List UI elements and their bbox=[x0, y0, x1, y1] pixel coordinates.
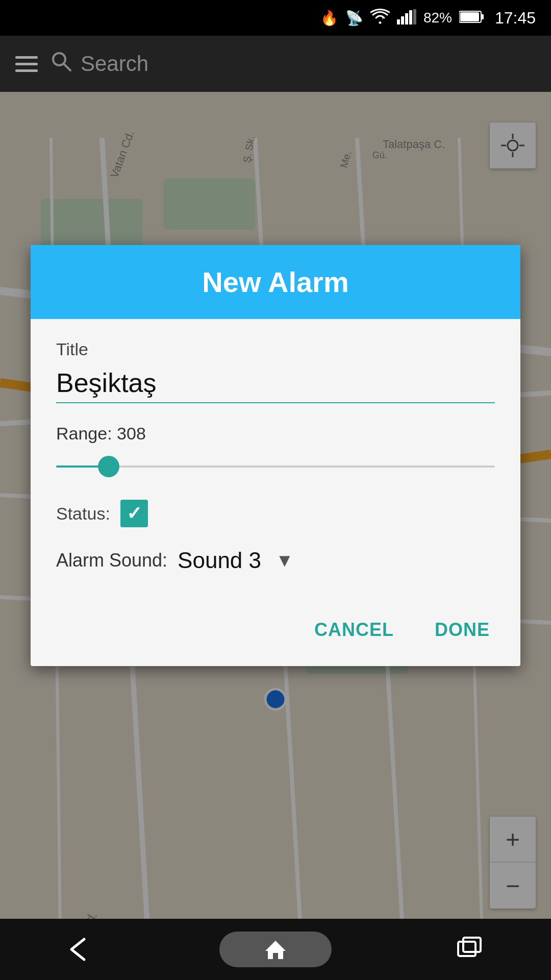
slider-track bbox=[56, 465, 495, 468]
svg-rect-7 bbox=[460, 12, 479, 21]
menu-button[interactable] bbox=[15, 56, 38, 72]
svg-rect-6 bbox=[481, 14, 484, 19]
search-icon bbox=[50, 50, 72, 78]
new-alarm-dialog: New Alarm Title Beşiktaş Range: 308 Stat… bbox=[31, 245, 520, 666]
title-input[interactable]: Beşiktaş bbox=[56, 368, 495, 403]
cancel-button[interactable]: CANCEL bbox=[304, 614, 404, 646]
top-bar: Search bbox=[0, 36, 551, 92]
checkmark-icon: ✓ bbox=[127, 503, 142, 524]
svg-rect-4 bbox=[413, 9, 416, 24]
battery-icon bbox=[459, 10, 484, 26]
alarm-sound-value: Sound 3 bbox=[178, 548, 261, 573]
status-label: Status: bbox=[56, 504, 110, 524]
dropdown-arrow-icon[interactable]: ▼ bbox=[276, 550, 294, 571]
svg-rect-2 bbox=[405, 13, 408, 24]
svg-rect-0 bbox=[397, 19, 400, 24]
signal-icon bbox=[397, 9, 416, 27]
wifi-icon bbox=[370, 9, 390, 28]
dialog-body: Title Beşiktaş Range: 308 Status: ✓ Alar… bbox=[31, 319, 520, 609]
range-label: Range: 308 bbox=[56, 424, 495, 444]
alarm-sound-row: Alarm Sound: Sound 3 ▼ bbox=[56, 548, 495, 573]
range-slider[interactable] bbox=[56, 454, 495, 479]
back-button[interactable] bbox=[56, 929, 107, 970]
time-display: 17:45 bbox=[495, 9, 536, 28]
app-icon: 🔥 bbox=[320, 10, 338, 27]
battery-text: 82% bbox=[423, 10, 452, 26]
status-bar: 🔥 📡 82% bbox=[0, 0, 551, 36]
title-input-value: Beşiktaş bbox=[56, 368, 495, 398]
status-icons: 🔥 📡 82% bbox=[320, 9, 536, 28]
dialog-actions: CANCEL DONE bbox=[31, 609, 520, 666]
svg-rect-1 bbox=[401, 16, 404, 24]
headphone-icon: 📡 bbox=[345, 10, 363, 27]
svg-line-9 bbox=[64, 64, 70, 70]
svg-rect-3 bbox=[409, 10, 412, 24]
title-field-label: Title bbox=[56, 339, 495, 359]
alarm-sound-label: Alarm Sound: bbox=[56, 550, 167, 571]
dialog-title: New Alarm bbox=[51, 265, 500, 299]
svg-rect-40 bbox=[458, 942, 475, 956]
slider-thumb[interactable] bbox=[98, 456, 119, 477]
status-checkbox[interactable]: ✓ bbox=[120, 500, 148, 527]
bottom-nav bbox=[0, 919, 551, 980]
search-area[interactable]: Search bbox=[50, 50, 536, 78]
done-button[interactable]: DONE bbox=[424, 614, 500, 646]
dialog-header: New Alarm bbox=[31, 245, 520, 319]
svg-rect-41 bbox=[463, 938, 481, 952]
status-row: Status: ✓ bbox=[56, 500, 495, 527]
recents-button[interactable] bbox=[444, 929, 495, 970]
home-button[interactable] bbox=[219, 932, 332, 967]
search-placeholder: Search bbox=[81, 52, 148, 76]
